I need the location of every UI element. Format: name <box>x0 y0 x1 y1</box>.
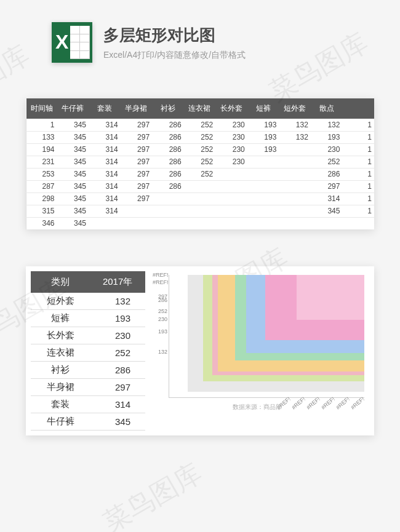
cell <box>215 168 247 180</box>
table-row: 半身裙297 <box>31 379 145 396</box>
table-row: 346345 <box>26 217 375 229</box>
cell: 298 <box>26 193 57 205</box>
cell: 286 <box>152 168 184 180</box>
cell: 衬衫 <box>31 362 90 379</box>
cell: 1 <box>342 131 374 143</box>
cell: 1 <box>342 143 374 156</box>
cell: 345 <box>57 168 89 180</box>
cell: 132 <box>90 293 145 310</box>
cell: 286 <box>90 362 145 379</box>
cell: 314 <box>89 119 121 131</box>
axis-tick: #REF! <box>335 396 351 411</box>
chart-layer <box>297 275 364 320</box>
cell: 252 <box>90 344 145 362</box>
cell: 297 <box>121 143 153 156</box>
axis-tick: #REF! <box>305 396 321 411</box>
cell <box>184 205 216 217</box>
cell <box>279 143 311 156</box>
cell: 230 <box>311 143 343 156</box>
table-row: 3153453143451 <box>26 205 375 217</box>
cell: 230 <box>215 156 247 168</box>
page-title: 多层矩形对比图 <box>103 25 246 46</box>
cell <box>311 217 343 229</box>
cell: 252 <box>311 156 343 168</box>
axis-tick: #REF! <box>153 272 167 278</box>
cell: 193 <box>90 310 145 327</box>
cell <box>247 205 279 217</box>
cell <box>215 217 247 229</box>
cell: 252 <box>184 131 216 143</box>
cell <box>279 156 311 168</box>
cell <box>279 205 311 217</box>
table-row: 长外套230 <box>31 327 145 344</box>
cell: 193 <box>247 143 279 156</box>
cell: 1 <box>342 205 374 217</box>
cell <box>247 180 279 193</box>
axis-tick: #REF! <box>153 279 167 285</box>
cell: 286 <box>152 131 184 143</box>
axis-tick: 132 <box>153 349 167 355</box>
axis-tick: 193 <box>153 328 167 335</box>
cell: 345 <box>57 131 89 143</box>
cell: 1 <box>342 168 374 180</box>
cell: 132 <box>311 119 343 131</box>
cell <box>215 180 247 193</box>
page-subtitle: Excel/A4打印/内容随意修改/自带格式 <box>103 50 246 61</box>
cell: 193 <box>247 131 279 143</box>
axis-tick: #REF! <box>320 396 336 411</box>
category-table: 类别2017年 短外套132短裤193长外套230连衣裙252衬衫286半身裙2… <box>31 271 145 431</box>
data-table: 时间轴牛仔裤套装半身裙衬衫连衣裙长外套短裤短外套散点 1345314297286… <box>26 98 374 229</box>
cell <box>342 217 374 229</box>
table-row: 1943453142972862522301932301 <box>26 143 375 156</box>
cell: 193 <box>247 119 279 131</box>
axis-tick: #REF! <box>350 396 366 411</box>
table-row: 套装314 <box>31 396 145 413</box>
cell <box>279 168 311 180</box>
cell <box>121 205 153 217</box>
cell: 346 <box>26 217 57 229</box>
table-row: 1333453142972862522301931321931 <box>26 131 375 143</box>
cell: 长外套 <box>31 327 90 344</box>
cell: 345 <box>57 217 89 229</box>
cell: 牛仔裤 <box>31 413 90 431</box>
cell: 314 <box>89 156 121 168</box>
cell: 297 <box>121 193 153 205</box>
column-header: 短裤 <box>247 98 279 119</box>
cell <box>152 205 184 217</box>
cell: 314 <box>90 396 145 413</box>
cell: 297 <box>121 156 153 168</box>
cell <box>279 180 311 193</box>
cell <box>279 193 311 205</box>
cell: 252 <box>184 156 216 168</box>
axis-tick: 286 <box>153 297 167 303</box>
cell: 252 <box>184 143 216 156</box>
cell: 132 <box>279 131 311 143</box>
cell: 314 <box>89 168 121 180</box>
column-header: 半身裙 <box>121 98 153 119</box>
axis-tick: #REF! <box>290 396 306 411</box>
cell: 132 <box>279 119 311 131</box>
cell <box>215 205 247 217</box>
cell: 297 <box>121 180 153 193</box>
cell: 1 <box>342 180 374 193</box>
table-row: 牛仔裤345 <box>31 413 145 431</box>
cell: 314 <box>89 205 121 217</box>
cell: 短裤 <box>31 310 90 327</box>
cell: 286 <box>152 156 184 168</box>
cell: 314 <box>89 131 121 143</box>
cell: 345 <box>57 119 89 131</box>
cell: 297 <box>311 180 343 193</box>
cell: 297 <box>90 379 145 396</box>
table-row: 2983453142973141 <box>26 193 375 205</box>
cell <box>279 217 311 229</box>
table-row: 连衣裙252 <box>31 344 145 362</box>
cell: 345 <box>311 205 343 217</box>
cell <box>184 180 216 193</box>
cell: 345 <box>57 205 89 217</box>
cell: 252 <box>184 168 216 180</box>
cell: 297 <box>121 119 153 131</box>
table-row: 2313453142972862522302521 <box>26 156 375 168</box>
cell: 314 <box>89 143 121 156</box>
column-header: 长外套 <box>215 98 247 119</box>
column-header: 套装 <box>89 98 121 119</box>
